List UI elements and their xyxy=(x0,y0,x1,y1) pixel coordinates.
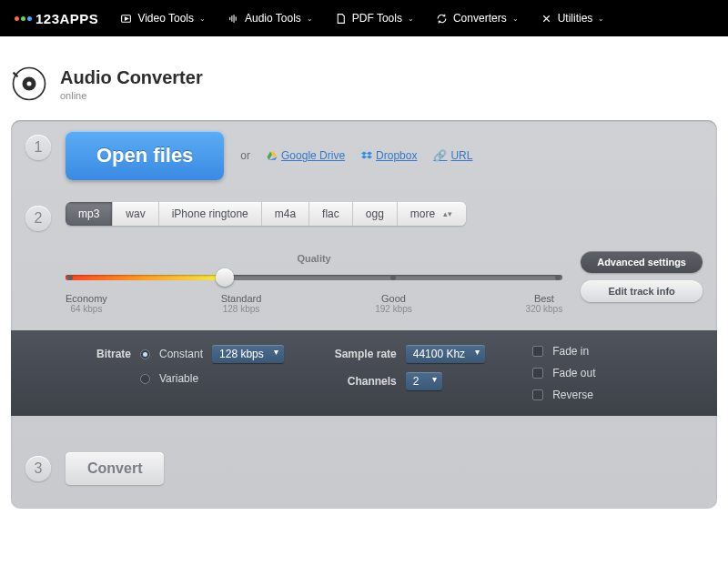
chevron-down-icon: ⌄ xyxy=(512,15,519,23)
svg-rect-5 xyxy=(236,16,237,20)
open-files-button[interactable]: Open files xyxy=(66,131,224,180)
channels-label: Channels xyxy=(331,375,397,388)
fade-out-checkbox[interactable] xyxy=(532,368,543,379)
refresh-icon xyxy=(436,13,448,25)
google-drive-icon xyxy=(267,150,278,161)
page-title: Audio Converter xyxy=(60,67,203,88)
document-icon xyxy=(335,13,347,25)
sample-rate-select[interactable]: 44100 Khz xyxy=(406,345,485,363)
dropbox-icon xyxy=(361,150,372,161)
link-icon: 🔗 xyxy=(433,149,447,162)
svg-rect-2 xyxy=(229,16,230,19)
play-icon xyxy=(120,13,132,25)
svg-rect-3 xyxy=(231,15,232,22)
step-2-quality: 2 Quality Economy64 kbps Standard128 kbp… xyxy=(11,242,717,330)
chevron-down-icon: ⌄ xyxy=(307,15,313,23)
reverse-label: Reverse xyxy=(552,389,593,401)
step-2: 2 mp3 wav iPhone ringtone m4a flac ogg m… xyxy=(11,191,717,242)
chevron-down-icon: ⌄ xyxy=(199,15,206,23)
svg-marker-14 xyxy=(361,156,367,159)
format-mp3[interactable]: mp3 xyxy=(66,202,113,226)
format-m4a[interactable]: m4a xyxy=(262,202,309,226)
quality-economy: Economy64 kbps xyxy=(66,293,107,314)
nav-utilities[interactable]: Utilities⌄ xyxy=(541,12,605,25)
edit-track-info-button[interactable]: Edit track info xyxy=(581,280,703,302)
advanced-settings-button[interactable]: Advanced settings xyxy=(581,251,703,273)
nav-audio-tools[interactable]: Audio Tools⌄ xyxy=(228,12,313,25)
fade-in-label: Fade in xyxy=(552,345,589,358)
tools-icon xyxy=(541,13,552,25)
bitrate-variable-label: Variable xyxy=(159,372,198,385)
bitrate-variable-radio[interactable] xyxy=(140,374,150,384)
format-wav[interactable]: wav xyxy=(113,202,158,226)
nav-video-tools[interactable]: Video Tools⌄ xyxy=(120,12,206,25)
svg-marker-13 xyxy=(367,152,372,156)
bitrate-constant-label: Constant xyxy=(159,348,203,360)
step-1: 1 Open files or Google Drive Dropbox 🔗 U… xyxy=(11,120,717,191)
page-subtitle: online xyxy=(60,90,203,101)
svg-rect-4 xyxy=(233,15,234,23)
disc-icon xyxy=(11,66,47,102)
format-iphone-ringtone[interactable]: iPhone ringtone xyxy=(159,202,262,226)
dropbox-link[interactable]: Dropbox xyxy=(361,149,417,162)
convert-button[interactable]: Convert xyxy=(66,452,164,485)
step-number: 2 xyxy=(25,206,51,231)
format-ogg[interactable]: ogg xyxy=(353,202,398,226)
brand-logo[interactable]: 123APPS xyxy=(15,11,98,26)
reverse-checkbox[interactable] xyxy=(532,389,543,400)
slider-thumb[interactable] xyxy=(216,268,234,287)
page-header: Audio Converter online xyxy=(0,36,728,120)
format-selector: mp3 wav iPhone ringtone m4a flac ogg mor… xyxy=(66,202,466,226)
svg-marker-1 xyxy=(126,16,128,19)
svg-point-8 xyxy=(27,82,32,86)
quality-good: Good192 kbps xyxy=(375,293,412,314)
nav-pdf-tools[interactable]: PDF Tools⌄ xyxy=(335,12,414,25)
main-panel: 1 Open files or Google Drive Dropbox 🔗 U… xyxy=(11,120,717,509)
fade-out-label: Fade out xyxy=(552,367,595,379)
brand-name: 123APPS xyxy=(35,11,98,26)
advanced-panel: Bitrate Constant 128 kbps Variable Sampl… xyxy=(11,330,717,416)
step-number: 3 xyxy=(25,456,51,481)
sample-rate-label: Sample rate xyxy=(331,348,397,360)
logo-dots-icon xyxy=(15,16,32,21)
format-more[interactable]: more▴▾ xyxy=(398,202,466,226)
format-flac[interactable]: flac xyxy=(309,202,353,226)
fade-in-checkbox[interactable] xyxy=(532,346,543,357)
quality-standard: Standard128 kbps xyxy=(221,293,262,314)
bitrate-label: Bitrate xyxy=(66,348,131,360)
svg-marker-12 xyxy=(361,152,367,156)
sort-icon: ▴▾ xyxy=(442,209,453,218)
step-number: 1 xyxy=(25,135,51,160)
chevron-down-icon: ⌄ xyxy=(598,15,604,23)
quality-slider[interactable] xyxy=(66,269,562,286)
quality-title: Quality xyxy=(66,253,562,264)
bitrate-constant-radio[interactable] xyxy=(140,349,150,359)
or-label: or xyxy=(240,149,250,162)
url-link[interactable]: 🔗 URL xyxy=(433,149,472,162)
topbar: 123APPS Video Tools⌄ Audio Tools⌄ PDF To… xyxy=(0,0,728,36)
svg-marker-15 xyxy=(367,156,372,159)
nav-converters[interactable]: Converters⌄ xyxy=(436,12,519,25)
step-3: 3 Convert xyxy=(11,416,717,509)
chevron-down-icon: ⌄ xyxy=(408,15,414,23)
quality-best: Best320 kbps xyxy=(526,293,563,314)
bitrate-select[interactable]: 128 kbps xyxy=(212,345,284,363)
google-drive-link[interactable]: Google Drive xyxy=(267,149,345,162)
audio-icon xyxy=(228,13,239,25)
channels-select[interactable]: 2 xyxy=(406,372,443,390)
